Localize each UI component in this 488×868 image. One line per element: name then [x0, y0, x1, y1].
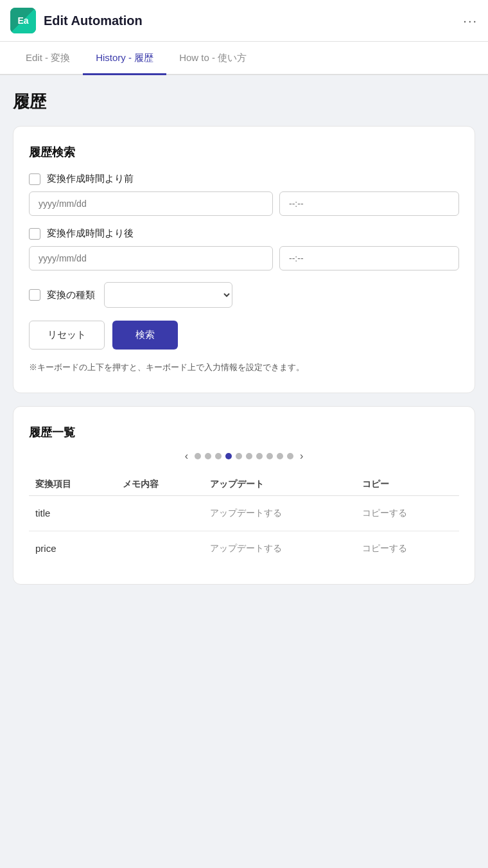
hint-text: ※キーボードの上下を押すと、キーボード上で入力情報を設定できます。: [29, 361, 459, 375]
table-row: title アップデートする コピーする: [29, 495, 459, 531]
before-date-input[interactable]: [29, 191, 273, 216]
pagination-dot-6[interactable]: [246, 453, 252, 459]
row-field-price: price: [29, 531, 116, 566]
pagination-next[interactable]: ›: [297, 450, 306, 462]
after-time-input[interactable]: [279, 246, 459, 270]
after-datetime-row: [29, 246, 459, 270]
table-header-row: 変換項目 メモ内容 アップデート コピー: [29, 474, 459, 496]
pagination-dot-3[interactable]: [215, 453, 222, 459]
row-memo-price: [116, 531, 204, 566]
pagination-prev[interactable]: ‹: [182, 450, 191, 462]
tab-edit[interactable]: Edit - 変換: [13, 42, 83, 75]
col-field: 変換項目: [29, 474, 116, 496]
tabs-bar: Edit - 変換 History - 履歴 How to - 使い方: [0, 42, 488, 75]
after-filter-section: 変換作成時間より後: [29, 227, 459, 270]
history-list-card: 履歴一覧 ‹ › 変換項目 メモ内容 アップデート コピー: [13, 406, 475, 585]
after-checkbox[interactable]: [29, 228, 40, 240]
more-options-icon[interactable]: ···: [463, 13, 478, 28]
after-date-input[interactable]: [29, 246, 273, 270]
pagination-dot-8[interactable]: [266, 453, 273, 459]
search-buttons-row: リセット 検索: [29, 321, 459, 350]
row-memo-title: [116, 495, 204, 531]
before-filter-section: 変換作成時間より前: [29, 173, 459, 216]
pagination-dot-7[interactable]: [256, 453, 263, 459]
pagination-dot-9[interactable]: [277, 453, 283, 459]
col-update: アップデート: [204, 474, 355, 496]
after-label-text: 変換作成時間より後: [47, 227, 134, 240]
type-checkbox[interactable]: [29, 289, 40, 301]
pagination-dot-4[interactable]: [225, 453, 232, 459]
table-row: price アップデートする コピーする: [29, 531, 459, 566]
pagination-dot-5[interactable]: [236, 453, 242, 459]
type-checkbox-label[interactable]: 変換の種類: [29, 289, 95, 301]
update-link-title[interactable]: アップデートする: [204, 495, 355, 531]
search-button[interactable]: 検索: [112, 321, 178, 350]
before-checkbox-label[interactable]: 変換作成時間より前: [29, 173, 459, 185]
type-filter-row: 変換の種類: [29, 282, 459, 308]
copy-link-price[interactable]: コピーする: [356, 531, 459, 566]
app-logo: Ea: [10, 8, 36, 33]
app-title: Edit Automation: [44, 13, 143, 28]
history-list-title: 履歴一覧: [29, 425, 459, 440]
copy-link-title[interactable]: コピーする: [356, 495, 459, 531]
reset-button[interactable]: リセット: [29, 321, 105, 350]
type-select[interactable]: [104, 282, 232, 308]
history-table: 変換項目 メモ内容 アップデート コピー title アップデートする コピーす…: [29, 474, 459, 566]
pagination-dot-10[interactable]: [287, 453, 293, 459]
search-card: 履歴検索 変換作成時間より前 変換作成時間より後: [13, 126, 475, 393]
page-title: 履歴: [13, 91, 475, 113]
header-left: Ea Edit Automation: [10, 8, 143, 33]
tab-history[interactable]: History - 履歴: [83, 42, 166, 75]
before-time-input[interactable]: [279, 191, 459, 216]
search-card-title: 履歴検索: [29, 145, 459, 160]
col-memo: メモ内容: [116, 474, 204, 496]
tab-howto[interactable]: How to - 使い方: [166, 42, 259, 75]
before-checkbox[interactable]: [29, 173, 40, 185]
after-checkbox-label[interactable]: 変換作成時間より後: [29, 227, 459, 240]
before-datetime-row: [29, 191, 459, 216]
col-copy: コピー: [356, 474, 459, 496]
app-header: Ea Edit Automation ···: [0, 0, 488, 42]
type-label-text: 変換の種類: [47, 289, 95, 301]
pagination-row: ‹ ›: [29, 450, 459, 462]
page-content: 履歴 履歴検索 変換作成時間より前 変換作成時間より後: [0, 75, 488, 613]
pagination-dot-2[interactable]: [205, 453, 211, 459]
row-field-title: title: [29, 495, 116, 531]
pagination-dot-1[interactable]: [195, 453, 201, 459]
before-label-text: 変換作成時間より前: [47, 173, 134, 185]
update-link-price[interactable]: アップデートする: [204, 531, 355, 566]
